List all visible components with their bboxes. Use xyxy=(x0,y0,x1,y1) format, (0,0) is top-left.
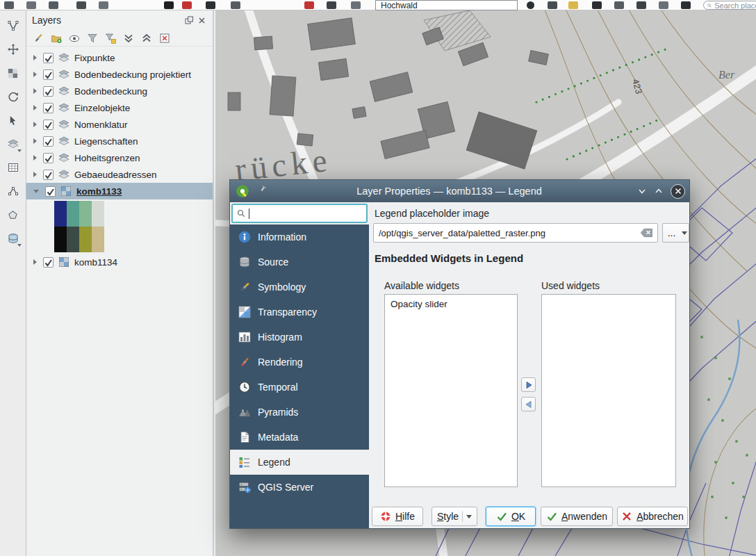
layer-checkbox[interactable] xyxy=(43,120,54,130)
clear-text-icon[interactable] xyxy=(640,228,653,238)
expand-arrow-icon[interactable] xyxy=(33,122,37,127)
browse-dropdown-button[interactable] xyxy=(680,223,689,243)
expand-arrow-icon[interactable] xyxy=(33,105,37,111)
select-tool-button[interactable] xyxy=(3,111,22,129)
float-panel-button[interactable] xyxy=(184,15,195,26)
layer-row[interactable]: Bodenbedeckung xyxy=(26,83,213,99)
chevron-up-icon[interactable] xyxy=(654,186,664,196)
expand-arrow-icon[interactable] xyxy=(33,88,37,94)
top-toolbar-icon[interactable] xyxy=(548,1,557,9)
used-widgets-list[interactable] xyxy=(541,294,676,487)
expand-arrow-icon[interactable] xyxy=(33,259,37,265)
filter-legend-button[interactable] xyxy=(86,32,99,44)
tab-metadata[interactable]: Metadata xyxy=(230,425,369,450)
fill-pattern-button[interactable] xyxy=(3,64,22,82)
layer-row[interactable]: Einzelobjekte xyxy=(26,99,213,116)
top-toolbar-icon[interactable] xyxy=(4,1,14,9)
layer-checkbox[interactable] xyxy=(43,53,54,63)
properties-search-input[interactable] xyxy=(231,204,368,223)
tab-transparency[interactable]: Transparency xyxy=(230,300,369,325)
tab-legend[interactable]: Legend xyxy=(230,450,369,475)
top-toolbar-icon[interactable] xyxy=(614,1,624,9)
layer-styling-button[interactable] xyxy=(32,32,44,44)
tab-histogram[interactable]: Histogram xyxy=(230,325,369,350)
browse-button[interactable]: ... xyxy=(662,223,681,243)
collapse-all-button[interactable] xyxy=(140,32,153,44)
tab-pyramids[interactable]: Pyramids xyxy=(230,400,369,425)
layer-row-komb1133[interactable]: komb1133 xyxy=(26,183,213,199)
expand-arrow-icon[interactable] xyxy=(33,72,37,77)
tab-information[interactable]: Information xyxy=(230,224,369,250)
add-group-button[interactable] xyxy=(50,32,63,44)
top-toolbar-icon[interactable] xyxy=(26,1,36,9)
cancel-button[interactable]: Abbrechen xyxy=(617,507,688,526)
layer-checkbox[interactable] xyxy=(45,186,56,197)
expand-arrow-icon[interactable] xyxy=(33,55,37,60)
layer-row[interactable]: Fixpunkte xyxy=(26,49,213,66)
list-item[interactable]: Opacity slider xyxy=(385,295,517,313)
top-toolbar-icon[interactable] xyxy=(304,1,314,9)
expand-arrow-icon[interactable] xyxy=(33,138,37,144)
top-toolbar-icon[interactable] xyxy=(636,1,646,9)
chevron-down-icon[interactable] xyxy=(637,186,647,196)
layer-checkbox[interactable] xyxy=(43,86,54,97)
layer-row[interactable]: Bodenbedeckung projektiert xyxy=(26,66,213,83)
layer-row[interactable]: Nomenklatur xyxy=(26,116,213,133)
layers-stack-button[interactable] xyxy=(3,135,22,153)
notes-toolbar-icon[interactable] xyxy=(568,1,578,9)
top-toolbar-icon[interactable] xyxy=(99,1,108,9)
tab-temporal[interactable]: Temporal xyxy=(230,375,369,400)
layer-checkbox[interactable] xyxy=(43,136,54,147)
database-button[interactable] xyxy=(3,229,22,247)
top-toolbar-icon[interactable] xyxy=(76,1,86,9)
vertex-tool-button[interactable] xyxy=(3,17,22,35)
top-toolbar-icon[interactable] xyxy=(182,1,192,9)
close-panel-button[interactable] xyxy=(197,15,207,26)
style-button[interactable]: Style xyxy=(432,507,477,526)
search-place-input[interactable]: Search place, stre... xyxy=(703,1,756,10)
layer-checkbox[interactable] xyxy=(43,257,54,268)
move-feature-button[interactable] xyxy=(3,40,22,58)
ok-button[interactable]: OK xyxy=(486,507,536,526)
pin-icon[interactable] xyxy=(255,185,268,197)
tab-source[interactable]: Source xyxy=(230,250,369,275)
layer-checkbox[interactable] xyxy=(43,170,54,180)
available-widgets-list[interactable]: Opacity slider xyxy=(384,294,518,487)
tab-symbology[interactable]: Symbology xyxy=(230,275,369,300)
layer-row[interactable]: Gebaeudeadressen xyxy=(26,166,213,183)
top-toolbar-icon[interactable] xyxy=(681,1,691,9)
layer-row[interactable]: Hoheitsgrenzen xyxy=(26,149,213,166)
top-toolbar-icon[interactable] xyxy=(206,1,215,9)
top-toolbar-icon[interactable] xyxy=(231,1,240,9)
polygon-tool-button[interactable] xyxy=(3,206,22,224)
layer-checkbox[interactable] xyxy=(43,70,54,80)
top-toolbar-icon[interactable] xyxy=(49,1,58,9)
collapse-arrow-icon[interactable] xyxy=(33,190,39,193)
tab-rendering[interactable]: Rendering xyxy=(230,350,369,375)
expand-arrow-icon[interactable] xyxy=(33,172,37,177)
apply-button[interactable]: Anwenden xyxy=(541,507,613,526)
rotate-feature-button[interactable] xyxy=(3,88,22,106)
add-widget-button[interactable] xyxy=(521,377,536,392)
info-toolbar-icon[interactable] xyxy=(527,1,534,9)
map-theme-combo[interactable]: Hochwald xyxy=(375,0,518,10)
layer-row-komb1134[interactable]: komb1134 xyxy=(26,254,213,270)
legend-placeholder-path-input[interactable] xyxy=(373,223,658,243)
top-toolbar-icon[interactable] xyxy=(164,1,174,9)
attribute-table-button[interactable] xyxy=(3,158,22,177)
top-toolbar-icon[interactable] xyxy=(659,1,668,9)
layer-checkbox[interactable] xyxy=(43,103,54,113)
layer-checkbox[interactable] xyxy=(43,153,54,163)
tab-qgis-server[interactable]: QGIS Server xyxy=(230,475,369,500)
manage-themes-button[interactable] xyxy=(68,32,81,44)
top-toolbar-icon[interactable] xyxy=(351,1,361,9)
help-button[interactable]: Hilfe xyxy=(372,507,423,526)
top-toolbar-icon[interactable] xyxy=(327,1,336,9)
node-edit-button[interactable] xyxy=(3,182,22,200)
expand-arrow-icon[interactable] xyxy=(33,155,37,161)
remove-widget-button[interactable] xyxy=(521,397,536,411)
remove-layer-button[interactable] xyxy=(158,32,171,44)
filter-expression-button[interactable] xyxy=(104,32,117,44)
close-dialog-button[interactable] xyxy=(671,184,685,199)
dialog-titlebar[interactable]: Layer Properties — komb1133 — Legend xyxy=(230,180,689,202)
